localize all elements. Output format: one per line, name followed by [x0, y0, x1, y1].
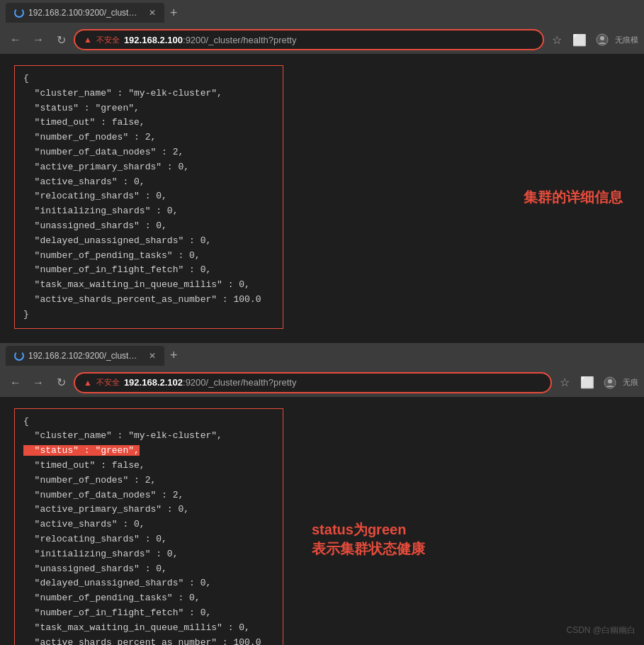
tab-2[interactable]: 192.168.2.102:9200/_cluster/h ✕: [6, 346, 164, 366]
svg-point-3: [608, 379, 612, 383]
address-text-1: 192.168.2.100:9200/_cluster/health?prett…: [124, 35, 534, 45]
address-text-2: 192.168.2.102:9200/_cluster/health?prett…: [124, 377, 542, 388]
warning-icon-1: ▲: [84, 35, 92, 45]
back-button-2[interactable]: ←: [6, 373, 26, 393]
profile-icon-1: [596, 33, 609, 46]
reload-button-1[interactable]: ↻: [51, 30, 71, 50]
profile-icon-2: [604, 376, 616, 389]
nav-right-2: ☆ ⬜ 无痕: [555, 373, 638, 393]
content-wrapper-1: { "cluster_name" : "my-elk-cluster", "st…: [14, 65, 630, 329]
svg-point-1: [600, 36, 604, 40]
address-bar-2[interactable]: ▲ 不安全 192.168.2.102:9200/_cluster/health…: [74, 372, 552, 393]
forward-button-2[interactable]: →: [28, 373, 48, 393]
profile-button-2[interactable]: [600, 373, 620, 393]
address-bar-1[interactable]: ▲ 不安全 192.168.2.100:9200/_cluster/health…: [74, 29, 544, 50]
forward-icon-2: →: [33, 376, 44, 389]
annotation-1: 集群的详细信息: [524, 187, 623, 206]
title-bar-2: 192.168.2.102:9200/_cluster/h ✕ +: [0, 343, 644, 369]
new-tab-button-1[interactable]: +: [170, 6, 178, 21]
content-wrapper-2: { "cluster_name" : "my-elk-cluster", "st…: [14, 408, 630, 645]
tab-close-2[interactable]: ✕: [149, 351, 156, 361]
tab-title-2: 192.168.2.102:9200/_cluster/h: [28, 351, 142, 361]
tab-1[interactable]: 192.168.2.100:9200/_cluster/h ✕: [6, 3, 164, 23]
reload-button-2[interactable]: ↻: [51, 373, 71, 393]
no-trace-label-2: 无痕: [623, 377, 638, 388]
annotation-2-line2: 表示集群状态健康: [312, 539, 425, 559]
title-bar-1: 192.168.2.100:9200/_cluster/h ✕ +: [0, 0, 644, 26]
new-tab-button-2[interactable]: +: [170, 348, 178, 363]
reload-icon-1: ↻: [57, 33, 66, 47]
json-box-1: { "cluster_name" : "my-elk-cluster", "st…: [14, 65, 283, 329]
url-host-1: 192.168.2.100: [124, 35, 183, 45]
url-rest-1: :9200/_cluster/health?pretty: [183, 35, 296, 45]
forward-button-1[interactable]: →: [28, 30, 48, 50]
reload-icon-2: ↻: [57, 376, 66, 389]
insecure-label-1: 不安全: [96, 35, 120, 45]
tab-close-1[interactable]: ✕: [149, 8, 156, 18]
profile-button-1[interactable]: [592, 30, 612, 50]
insecure-label-2: 不安全: [96, 377, 120, 388]
back-icon-2: ←: [10, 376, 21, 389]
browser-window-1: 192.168.2.100:9200/_cluster/h ✕ + ← → ↻ …: [0, 0, 644, 340]
watermark: CSDN @白幽幽白: [566, 624, 635, 636]
url-host-2: 192.168.2.102: [124, 377, 183, 388]
url-rest-2: :9200/_cluster/health?pretty: [183, 377, 296, 388]
json-text-2-line1: { "cluster_name" : "my-elk-cluster", "st…: [23, 415, 274, 645]
content-area-1: { "cluster_name" : "my-elk-cluster", "st…: [0, 54, 644, 340]
back-button-1[interactable]: ←: [6, 30, 26, 50]
tab-spinner-2: [14, 351, 24, 361]
annotation-2: status为green 表示集群状态健康: [312, 520, 425, 559]
json-box-2: { "cluster_name" : "my-elk-cluster", "st…: [14, 408, 283, 645]
nav-bar-2: ← → ↻ ▲ 不安全 192.168.2.102:9200/_cluster/…: [0, 369, 644, 397]
bookmark-button-1[interactable]: ☆: [547, 30, 567, 50]
content-area-2: { "cluster_name" : "my-elk-cluster", "st…: [0, 397, 644, 645]
nav-right-1: ☆ ⬜ 无痕模: [547, 30, 638, 50]
window-button-1[interactable]: ⬜: [570, 30, 589, 50]
window-button-2[interactable]: ⬜: [577, 373, 597, 393]
back-icon-1: ←: [10, 33, 21, 46]
warning-icon-2: ▲: [84, 378, 92, 388]
bookmark-button-2[interactable]: ☆: [555, 373, 575, 393]
forward-icon-1: →: [33, 33, 44, 46]
annotation-2-line1: status为green: [312, 520, 406, 539]
browser-window-2: 192.168.2.102:9200/_cluster/h ✕ + ← → ↻ …: [0, 343, 644, 645]
nav-bar-1: ← → ↻ ▲ 不安全 192.168.2.100:9200/_cluster/…: [0, 26, 644, 54]
json-text-1: { "cluster_name" : "my-elk-cluster", "st…: [23, 72, 274, 322]
tab-title-1: 192.168.2.100:9200/_cluster/h: [28, 8, 142, 18]
tab-spinner-1: [14, 8, 24, 18]
status-highlight: "status" : "green",: [23, 445, 140, 456]
no-trace-label-1: 无痕模: [615, 35, 638, 45]
